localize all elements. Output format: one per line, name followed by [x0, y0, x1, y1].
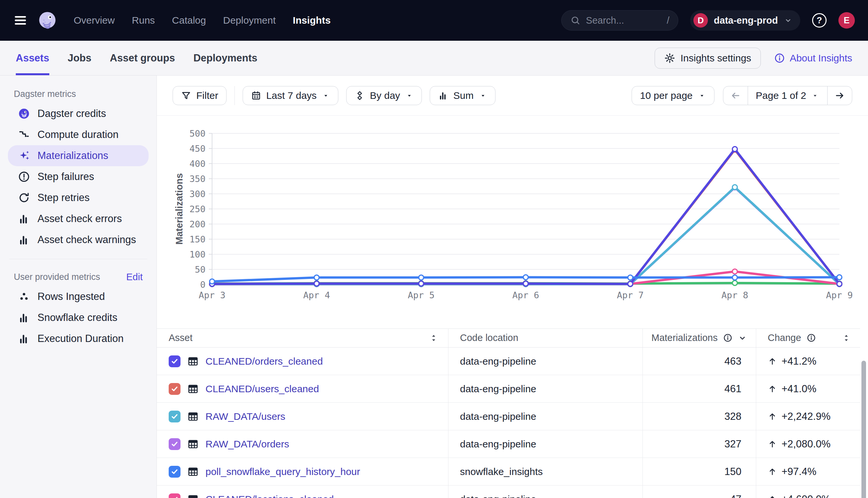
svg-text:500: 500 [189, 129, 205, 139]
caret-down-icon [698, 91, 706, 100]
tab-deployments[interactable]: Deployments [193, 41, 257, 75]
series-checkbox[interactable] [169, 355, 180, 367]
check-icon [170, 440, 179, 448]
svg-text:350: 350 [189, 174, 205, 184]
next-page-button[interactable] [828, 87, 852, 105]
nav-item-insights[interactable]: Insights [293, 15, 331, 26]
svg-text:0: 0 [200, 279, 205, 290]
info-icon [774, 53, 785, 64]
scrollbar-thumb[interactable] [861, 361, 866, 498]
filter-button[interactable]: Filter [173, 86, 227, 105]
chart-point[interactable] [628, 275, 633, 280]
sidebar-item-step-failures[interactable]: Step failures [8, 166, 149, 187]
change-cell: +41.0% [756, 383, 860, 395]
insights-settings-button[interactable]: Insights settings [655, 48, 761, 69]
table-row: RAW_DATA/usersdata-eng-pipeline328+2,242… [157, 403, 860, 430]
global-search-input[interactable]: Search... / [561, 10, 678, 30]
hamburger-menu-icon[interactable] [13, 13, 28, 28]
dagster-insights-app: OverviewRunsCatalogDeploymentInsights Se… [0, 0, 868, 498]
series-checkbox[interactable] [169, 383, 180, 395]
change-value: +2,080.0% [781, 438, 830, 450]
asset-link[interactable]: CLEANED/locations_cleaned [205, 494, 334, 498]
sidebar-item-materializations[interactable]: Materializations [8, 145, 149, 166]
chart-point[interactable] [314, 281, 319, 286]
help-button[interactable]: ? [812, 13, 827, 28]
sidebar-item-compute-duration[interactable]: Compute duration [8, 124, 149, 145]
arrow-right-icon [834, 90, 845, 101]
previous-page-button[interactable] [723, 87, 748, 105]
chart-point[interactable] [419, 281, 424, 286]
chart-point[interactable] [732, 185, 738, 189]
edit-user-metrics-link[interactable]: Edit [126, 272, 143, 283]
sidebar-item-dagster-credits[interactable]: Dagster credits [8, 103, 149, 124]
series-checkbox[interactable] [169, 438, 180, 450]
nav-item-deployment[interactable]: Deployment [223, 15, 276, 26]
chart-point[interactable] [837, 281, 842, 286]
page-indicator-dropdown[interactable]: Page 1 of 2 [748, 87, 828, 105]
chart-point[interactable] [837, 275, 842, 279]
column-header-materializations[interactable]: Materializations [642, 332, 756, 343]
column-header-asset[interactable]: Asset [157, 332, 448, 343]
about-insights-link[interactable]: About Insights [774, 53, 852, 64]
chart-point[interactable] [732, 280, 738, 286]
sort-icon[interactable] [842, 333, 851, 343]
sidebar-item-label: Dagster credits [38, 108, 106, 120]
sidebar-item-rows-ingested[interactable]: Rows Ingested [8, 286, 149, 307]
nav-item-overview[interactable]: Overview [74, 15, 115, 26]
sidebar-item-step-retries[interactable]: Step retries [8, 187, 149, 208]
series-checkbox[interactable] [169, 494, 180, 498]
asset-link[interactable]: CLEANED/users_cleaned [205, 383, 319, 394]
sort-icon[interactable] [429, 333, 438, 343]
chart-point[interactable] [210, 279, 215, 284]
series-checkbox[interactable] [169, 411, 180, 422]
svg-text:250: 250 [189, 204, 205, 214]
chart-point[interactable] [732, 275, 738, 280]
chart-point[interactable] [523, 281, 528, 286]
dagster-icon [18, 107, 30, 120]
insights-tabs-row: AssetsJobsAsset groupsDeployments Insigh… [0, 41, 868, 76]
tab-jobs[interactable]: Jobs [68, 41, 91, 75]
materializations-cell: 327 [642, 438, 756, 450]
nav-item-runs[interactable]: Runs [132, 15, 155, 26]
chart-point[interactable] [523, 275, 528, 279]
chart-point[interactable] [732, 146, 738, 152]
chart-point[interactable] [419, 275, 424, 280]
change-value: +41.0% [781, 383, 816, 395]
info-icon[interactable] [723, 333, 732, 343]
org-switcher[interactable]: D data-eng-prod [690, 10, 800, 30]
materializations-cell: 328 [642, 411, 756, 422]
series-checkbox[interactable] [169, 466, 180, 477]
asset-link[interactable]: RAW_DATA/users [205, 411, 285, 422]
chart-point[interactable] [732, 269, 738, 274]
asset-cell: RAW_DATA/users [157, 411, 448, 422]
chart-line-cleaned-orders-cleaned [212, 149, 839, 284]
nav-item-catalog[interactable]: Catalog [172, 15, 206, 26]
sidebar-item-asset-check-errors[interactable]: Asset check errors [8, 208, 149, 229]
granularity-dropdown[interactable]: By day [346, 86, 422, 105]
per-page-dropdown[interactable]: 10 per page [631, 86, 714, 105]
chevron-down-icon[interactable] [738, 333, 747, 343]
table-row: poll_snowflake_query_history_hoursnowfla… [157, 458, 860, 486]
sidebar-item-asset-check-warnings[interactable]: Asset check warnings [8, 229, 149, 250]
search-shortcut-hint: / [667, 15, 669, 26]
dagster-logo-icon[interactable] [37, 10, 58, 31]
svg-text:Apr 6: Apr 6 [512, 290, 539, 300]
tab-asset-groups[interactable]: Asset groups [110, 41, 175, 75]
asset-link[interactable]: RAW_DATA/orders [205, 438, 289, 450]
asset-link[interactable]: poll_snowflake_query_history_hour [205, 466, 360, 477]
arrow-up-icon [768, 440, 777, 449]
tab-assets[interactable]: Assets [16, 41, 49, 75]
asset-link[interactable]: CLEANED/orders_cleaned [205, 356, 323, 367]
materializations-cell: 463 [642, 355, 756, 367]
chart-point[interactable] [314, 275, 319, 280]
user-avatar[interactable]: E [839, 12, 855, 29]
info-icon[interactable] [806, 333, 816, 343]
column-header-change[interactable]: Change [756, 332, 860, 343]
date-range-dropdown[interactable]: Last 7 days [243, 86, 338, 105]
aggregation-dropdown[interactable]: Sum [430, 86, 496, 105]
sidebar-item-execution-duration[interactable]: Execution Duration [8, 328, 149, 349]
check-icon [170, 495, 179, 498]
chart-point[interactable] [628, 281, 633, 286]
sidebar-item-snowflake-credits[interactable]: Snowflake credits [8, 307, 149, 328]
column-header-code-location[interactable]: Code location [448, 332, 642, 343]
